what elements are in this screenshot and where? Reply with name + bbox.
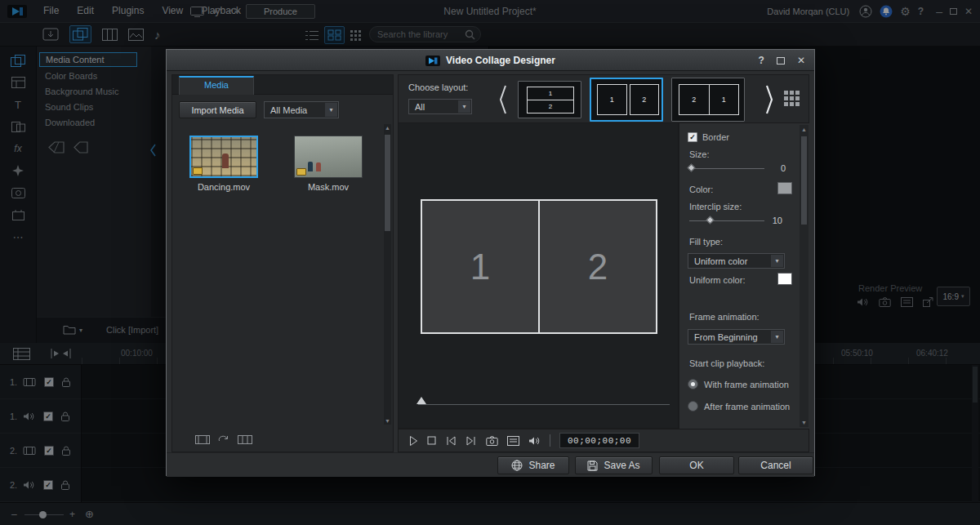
media-clip-mask[interactable]: Mask.mov — [292, 136, 365, 192]
cancel-button[interactable]: Cancel — [738, 456, 813, 474]
stop-button[interactable] — [427, 436, 436, 445]
share-label: Share — [528, 460, 555, 471]
cancel-label: Cancel — [760, 460, 791, 471]
person-figure — [308, 162, 313, 171]
after-frame-animation-label: After frame animation — [704, 402, 790, 412]
dialog-right-section: Choose layout: All ▾ 1 2 1 2 — [398, 74, 809, 452]
dialog-help-button[interactable]: ? — [759, 55, 764, 66]
frame-animation-dropdown[interactable]: From Beginning ▾ — [688, 329, 785, 345]
with-frame-animation-radio[interactable] — [688, 379, 698, 389]
dialog-close-button[interactable]: ✕ — [797, 55, 805, 66]
layout-filter-dropdown[interactable]: All ▾ — [408, 99, 472, 114]
border-size-slider[interactable] — [689, 168, 764, 169]
scroll-up-icon[interactable]: ▲ — [800, 127, 808, 132]
border-color-swatch[interactable] — [777, 182, 792, 194]
collage-preview-stage: 1 2 — [398, 123, 679, 429]
clip-name: Mask.mov — [292, 182, 365, 192]
with-frame-animation-label: With frame animation — [704, 380, 789, 390]
scroll-down-icon[interactable]: ▼ — [800, 420, 808, 425]
dialog-maximize-button[interactable] — [777, 57, 785, 65]
layout-option-side-by-side-selected[interactable]: 1 2 — [590, 78, 663, 122]
layout-grid-view-icon[interactable] — [784, 91, 800, 107]
scroll-down-icon[interactable]: ▼ — [384, 418, 391, 424]
layouts-prev-icon[interactable] — [498, 82, 508, 117]
media-filter-value: All Media — [270, 102, 307, 118]
slider-handle[interactable] — [688, 164, 696, 172]
layout-cell: 2 — [679, 84, 710, 115]
layout-cell: 2 — [527, 100, 574, 113]
display-options-button[interactable] — [507, 436, 519, 446]
filmstrip-icon[interactable] — [195, 435, 210, 444]
dialog-title: Video Collage Designer — [446, 55, 555, 66]
person-figure — [222, 153, 229, 168]
border-label: Border — [702, 132, 729, 143]
scrollbar-thumb[interactable] — [801, 136, 807, 225]
interclip-size-label: Interclip size: — [689, 202, 742, 212]
size-value: 0 — [769, 163, 786, 173]
media-type-badge-icon — [296, 168, 306, 176]
layout-option-stacked[interactable]: 1 2 — [518, 81, 581, 118]
tab-media[interactable]: Media — [179, 76, 254, 95]
settings-scrollbar[interactable]: ▲ ▼ — [800, 125, 808, 427]
playback-seek-slider[interactable] — [418, 404, 670, 405]
dialog-window-controls: ? ✕ — [759, 50, 805, 71]
dialog-title-group: Video Collage Designer — [167, 50, 814, 71]
scroll-up-icon[interactable]: ▲ — [384, 125, 391, 131]
save-as-label: Save As — [604, 460, 639, 471]
collage-frame: 1 2 — [421, 199, 657, 334]
uniform-color-swatch[interactable] — [777, 273, 792, 285]
collage-cell-2[interactable]: 2 — [540, 201, 656, 332]
import-media-button[interactable]: Import Media — [179, 101, 256, 118]
layout-cell: 1 — [527, 87, 574, 100]
clip-range-icon[interactable] — [238, 435, 252, 444]
media-clip-dancing[interactable]: Dancing.mov — [187, 136, 261, 192]
replace-arrow-icon[interactable] — [218, 435, 229, 444]
dropdown-caret-icon: ▾ — [458, 100, 470, 113]
layout-cell: 1 — [597, 84, 627, 115]
layouts-next-icon[interactable] — [764, 82, 774, 117]
dialog-titlebar[interactable]: Video Collage Designer ? ✕ — [167, 50, 814, 71]
ok-button[interactable]: OK — [659, 456, 734, 474]
uniform-color-label: Uniform color: — [689, 275, 745, 286]
powerdirector-app: File Edit Plugins View Playback ↶ ↷ Prod… — [0, 0, 980, 525]
volume-button[interactable] — [528, 436, 541, 446]
frame-animation-label: Frame animation: — [689, 312, 760, 323]
seek-handle[interactable] — [416, 397, 426, 404]
transport-separator — [550, 434, 550, 447]
interclip-size-slider[interactable] — [689, 220, 764, 221]
interclip-value: 10 — [766, 216, 782, 225]
media-type-badge-icon — [193, 167, 203, 175]
layout-filter-value: All — [415, 100, 425, 113]
person-figure — [316, 162, 321, 171]
slider-handle[interactable] — [706, 216, 715, 225]
clip-name: Dancing.mov — [187, 182, 261, 192]
start-clip-playback-label: Start clip playback: — [689, 358, 764, 369]
choose-layout-label: Choose layout: — [408, 82, 468, 92]
dialog-media-panel: Media Import Media All Media ▾ Dancing.m… — [172, 74, 394, 452]
size-label: Size: — [689, 149, 709, 160]
collage-cell-1[interactable]: 1 — [422, 201, 540, 332]
media-filter-dropdown[interactable]: All Media ▾ — [264, 101, 339, 118]
preview-transport-bar: 00;00;00;00 — [398, 429, 809, 452]
clip-thumbnail[interactable] — [294, 136, 363, 178]
media-scrollbar[interactable]: ▲ ▼ — [384, 124, 391, 425]
scrollbar-thumb[interactable] — [385, 135, 390, 231]
layout-chooser: Choose layout: All ▾ 1 2 1 2 — [398, 74, 809, 123]
after-frame-animation-radio[interactable] — [688, 401, 698, 412]
share-button[interactable]: Share — [497, 456, 569, 474]
fill-type-value: Uniform color — [694, 254, 747, 268]
fill-type-label: Fill type: — [689, 237, 723, 247]
fill-type-dropdown[interactable]: Uniform color ▾ — [688, 253, 785, 269]
play-button[interactable] — [408, 435, 418, 447]
clip-thumbnail[interactable] — [189, 136, 258, 178]
next-frame-button[interactable] — [466, 436, 477, 446]
border-checkbox[interactable]: ✓ — [688, 132, 697, 142]
snapshot-button[interactable] — [486, 436, 498, 446]
video-collage-designer-dialog: Video Collage Designer ? ✕ Media Import … — [166, 49, 815, 476]
color-label: Color: — [689, 185, 713, 195]
dropdown-caret-icon: ▾ — [325, 103, 337, 117]
layout-option-side-by-side-alt[interactable]: 2 1 — [671, 78, 745, 122]
globe-icon — [511, 460, 523, 471]
save-as-button[interactable]: Save As — [575, 456, 653, 474]
previous-frame-button[interactable] — [445, 436, 457, 446]
